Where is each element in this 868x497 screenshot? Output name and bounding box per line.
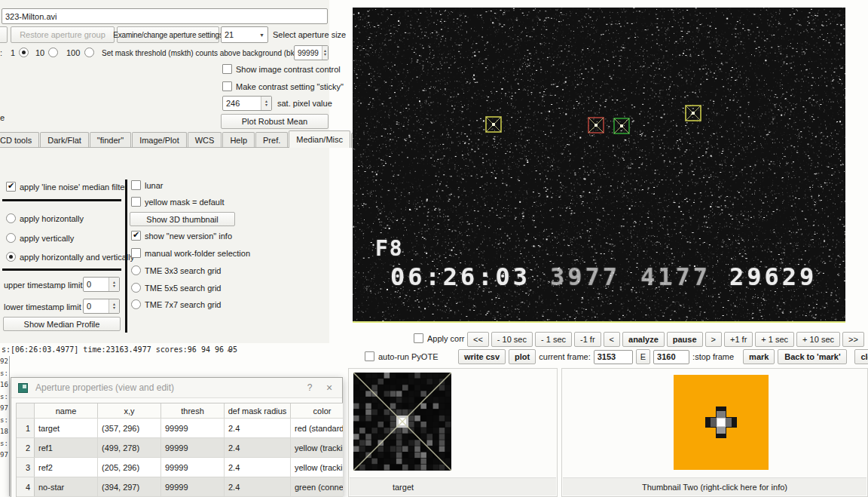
cell-color[interactable]: red (standard) xyxy=(291,419,343,437)
spin-arrows-icon[interactable]: ▴▾ xyxy=(322,46,328,60)
yellow-mask-default-checkbox[interactable]: ✔ xyxy=(131,197,141,207)
tab-dark-flat[interactable]: Dark/Flat xyxy=(40,132,89,148)
new-version-info-checkbox[interactable]: ✔ xyxy=(131,231,141,241)
playback-pause-button[interactable]: pause xyxy=(667,332,703,347)
cell-thresh[interactable]: 99999 xyxy=(161,477,225,496)
aperture-window-titlebar[interactable]: Aperture properties (view and edit) ? × xyxy=(11,378,342,398)
playback-plus10sec-button[interactable]: + 10 sec xyxy=(796,332,840,347)
plot-button[interactable]: plot xyxy=(509,349,536,364)
clear-data-button[interactable]: clear data xyxy=(854,349,868,364)
aperture-nostar-green[interactable] xyxy=(613,118,630,134)
playback-1sec-button[interactable]: - 1 sec xyxy=(535,332,572,347)
playback-fwdfwd-button[interactable]: >> xyxy=(842,332,864,347)
playback-1fr-button[interactable]: -1 fr xyxy=(574,332,601,347)
playback-back-button[interactable]: < xyxy=(604,332,620,347)
autorun-pyote-checkbox[interactable]: ✔ xyxy=(365,351,374,361)
star-field-image[interactable]: F8 06:26:03 3977 4177 29629 xyxy=(353,8,845,321)
cell-xy[interactable]: (357, 296) xyxy=(98,419,161,437)
examine-aperture-settings-button[interactable]: Examine/change aperture settings xyxy=(117,26,219,43)
table-row-ref2[interactable]: 3ref2(205, 296)999992.4yellow (tracking … xyxy=(17,458,343,477)
playback-fwd-button[interactable]: > xyxy=(705,332,722,347)
sat-pixel-spinbox[interactable]: 246 ▴▾ xyxy=(222,96,272,111)
spin-arrows-icon[interactable]: ▴▾ xyxy=(261,97,271,110)
tab-help[interactable]: Help xyxy=(222,132,255,148)
e-button[interactable]: E xyxy=(636,349,650,364)
playback-analyze-button[interactable]: analyze xyxy=(622,332,665,347)
tab-median-misc[interactable]: Median/Misc xyxy=(289,130,350,148)
table-row-ref1[interactable]: 2ref1(499, 278)999992.4yellow (tracking … xyxy=(17,438,343,458)
stop-frame-input[interactable]: 3160 xyxy=(653,350,689,364)
thumbnail-two-image[interactable] xyxy=(674,375,769,470)
window-close-button[interactable]: × xyxy=(319,382,339,394)
current-frame-input[interactable]: 3153 xyxy=(594,350,633,364)
column-header-name[interactable]: name xyxy=(35,403,98,418)
cell-color[interactable]: green (connect t... xyxy=(291,477,343,496)
tab-wcs[interactable]: WCS xyxy=(188,132,222,148)
tme-5x5-radio[interactable] xyxy=(131,283,141,293)
tab-pref[interactable]: Pref. xyxy=(255,132,288,148)
table-row-target[interactable]: 1target(357, 296)999992.4red (standard) xyxy=(17,419,343,438)
cell-color[interactable]: yellow (tracking ... xyxy=(291,458,343,477)
sticky-contrast-checkbox[interactable]: ✔ xyxy=(222,81,232,91)
playback-plus1fr-button[interactable]: +1 fr xyxy=(724,332,753,347)
tme-3x3-radio[interactable] xyxy=(131,265,141,275)
stub-button[interactable] xyxy=(0,26,8,43)
manual-work-folder-checkbox[interactable]: ✔ xyxy=(131,248,141,258)
cell-xy[interactable]: (205, 296) xyxy=(98,458,161,477)
mask-scale-10-radio[interactable] xyxy=(48,48,58,57)
mask-scale-100-radio[interactable] xyxy=(84,48,94,57)
tme-7x7-radio[interactable] xyxy=(131,299,141,309)
tab-finder[interactable]: "finder" xyxy=(90,132,131,148)
write-csv-button[interactable]: write csv xyxy=(458,349,506,364)
cell-color[interactable]: yellow (tracking ... xyxy=(291,438,343,457)
cell-name[interactable]: ref2 xyxy=(35,458,98,477)
cell-radius[interactable]: 2.4 xyxy=(225,477,291,496)
show-median-profile-button[interactable]: Show Median Profile xyxy=(3,317,121,331)
apply-both-radio[interactable] xyxy=(6,252,16,262)
aperture-target-red[interactable] xyxy=(588,117,604,133)
window-help-button[interactable]: ? xyxy=(300,382,319,393)
cell-name[interactable]: ref1 xyxy=(35,438,98,457)
playback-10sec-button[interactable]: - 10 sec xyxy=(491,332,533,347)
spin-arrows-icon[interactable]: ▴▾ xyxy=(108,299,119,313)
spin-arrows-icon[interactable]: ▴▾ xyxy=(108,278,119,291)
aperture-ref2-yellow[interactable] xyxy=(485,116,502,133)
cell-name[interactable]: target xyxy=(35,419,98,437)
log-scroll-up-icon[interactable]: ▲ xyxy=(226,346,232,353)
apply-vertically-radio[interactable] xyxy=(6,233,16,243)
table-row-no-star[interactable]: 4no-star(394, 297)999992.4green (connect… xyxy=(17,477,343,497)
aperture-ref1-yellow[interactable] xyxy=(685,105,701,121)
playback-backback-button[interactable]: << xyxy=(467,332,489,347)
cell-radius[interactable]: 2.4 xyxy=(225,419,291,437)
column-header-def-mask-radius[interactable]: def mask radius xyxy=(225,403,291,418)
cell-thresh[interactable]: 99999 xyxy=(161,458,225,477)
apply-horizontally-radio[interactable] xyxy=(6,213,16,223)
filename-input[interactable]: 323-Milton.avi xyxy=(2,8,328,24)
show-3d-thumbnail-button[interactable]: Show 3D thumbnail xyxy=(130,212,235,226)
cell-thresh[interactable]: 99999 xyxy=(161,419,225,437)
mark-button[interactable]: mark xyxy=(743,349,775,364)
tab-cd-tools[interactable]: CD tools xyxy=(0,132,39,148)
upper-timestamp-spinbox[interactable]: 0 ▴▾ xyxy=(83,277,120,292)
show-contrast-checkbox[interactable]: ✔ xyxy=(222,64,232,74)
column-header-thresh[interactable]: thresh xyxy=(161,403,225,418)
cell-xy[interactable]: (499, 278) xyxy=(98,438,161,457)
cell-radius[interactable]: 2.4 xyxy=(225,458,291,477)
column-header-x-y[interactable]: x,y xyxy=(98,403,161,418)
column-header-color[interactable]: color xyxy=(291,403,343,418)
cell-name[interactable]: no-star xyxy=(35,477,98,496)
plot-robust-mean-button[interactable]: Plot Robust Mean xyxy=(221,114,329,129)
lower-timestamp-spinbox[interactable]: 0 ▴▾ xyxy=(83,299,120,314)
lunar-checkbox[interactable]: ✔ xyxy=(131,180,141,190)
mask-threshold-spinbox[interactable]: 99999 ▴▾ xyxy=(294,45,329,60)
aperture-size-select[interactable]: 21 ▼ xyxy=(221,26,268,43)
restore-aperture-group-button[interactable]: Restore aperture group xyxy=(11,26,115,43)
cell-radius[interactable]: 2.4 xyxy=(225,438,291,457)
line-noise-filter-checkbox[interactable]: ✔ xyxy=(6,182,16,192)
playback-plus1sec-button[interactable]: + 1 sec xyxy=(755,332,794,347)
apply-corr-checkbox[interactable]: ✔ xyxy=(414,333,423,343)
cell-thresh[interactable]: 99999 xyxy=(161,438,225,457)
tab-image-plot[interactable]: Image/Plot xyxy=(132,132,187,148)
cell-xy[interactable]: (394, 297) xyxy=(98,477,161,496)
mask-scale-1-radio[interactable] xyxy=(19,48,29,57)
